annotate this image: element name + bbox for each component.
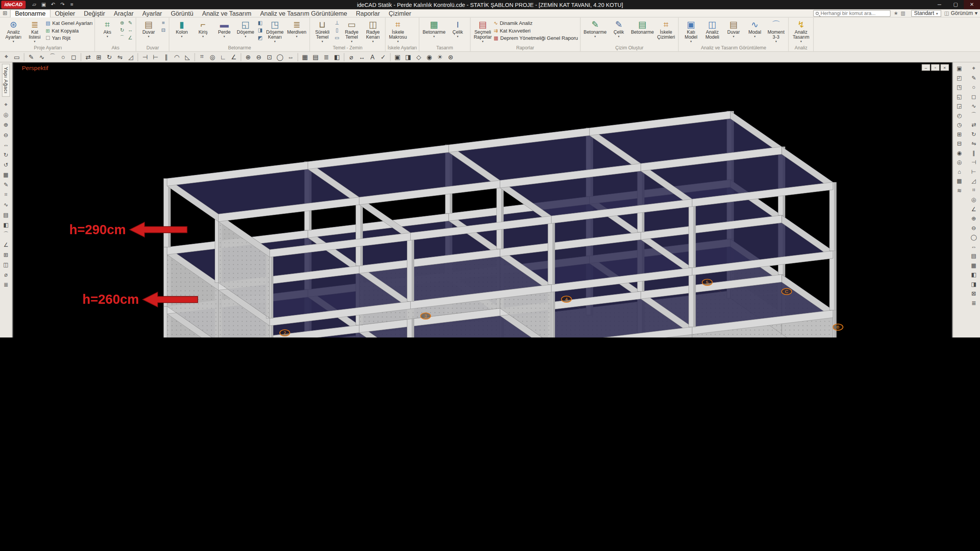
zoom-in-icon[interactable]: ⊞ [954, 130, 964, 138]
layers-icon[interactable]: ▦ [300, 52, 310, 61]
ribbon-button-d-eme-kenar[interactable]: ◳Döşeme Kenarı▾ [265, 18, 285, 45]
favorites-icon[interactable]: ★ [893, 10, 898, 16]
ribbon-button-modal[interactable]: ∿Modal▾ [745, 18, 765, 45]
zoom-in-icon[interactable]: ⊕ [243, 52, 253, 61]
menu-tab-izimler[interactable]: Çizimler [384, 9, 416, 17]
mirror-icon[interactable]: ⇋ [969, 139, 979, 147]
grid-icon[interactable]: ⌗ [969, 186, 979, 194]
layers-panel-icon[interactable]: ▦ [1, 171, 11, 179]
home-view-icon[interactable]: ⌂ [954, 168, 964, 176]
redo-button[interactable]: ↷ [59, 2, 66, 8]
text-icon[interactable]: A [368, 52, 377, 61]
previous-view-icon[interactable]: ↺ [1, 161, 11, 169]
slab-edge-tool-icon[interactable]: ◩ [256, 34, 264, 41]
ribbon-row-kat-kuvvetleri[interactable]: ⇉Kat Kuvvetleri [494, 28, 578, 34]
offset-icon[interactable]: ∥ [969, 149, 979, 157]
ribbon-button-i-skele-makrosu[interactable]: ⌗İskele Makrosu▾ [388, 18, 408, 45]
ribbon-button-se-meli-raporlar[interactable]: ▤Seçmeli Raporlar▾ [472, 18, 493, 45]
rotate-axis-icon[interactable]: ↻ [118, 27, 126, 34]
command-search-input[interactable] [820, 10, 888, 16]
arc-tool-icon[interactable]: ⌒ [1, 231, 11, 239]
menu-tab-raporlar[interactable]: Raporlar [351, 9, 384, 17]
rotate-icon[interactable]: ↻ [969, 130, 979, 138]
ribbon-button-kat-model[interactable]: ▣Katı Model▾ [681, 18, 701, 45]
wireframe-icon[interactable]: ◇ [414, 52, 424, 61]
extend-icon[interactable]: ⊢ [150, 52, 160, 61]
view-back-icon[interactable]: ◲ [954, 102, 964, 110]
zoom-extents-icon[interactable]: ◯ [275, 52, 285, 61]
soil-profile-icon[interactable]: ▭ [333, 34, 341, 41]
customize-quick-access-button[interactable]: ≡ [68, 2, 76, 8]
view-front-icon[interactable]: ◰ [954, 74, 964, 82]
view-left-icon[interactable]: ◱ [954, 93, 964, 101]
check-icon[interactable]: ✓ [378, 52, 388, 61]
pan-tool-icon[interactable]: ⇔ [1, 141, 11, 149]
circle-icon[interactable]: ○ [58, 52, 68, 61]
chamfer-icon[interactable]: ◿ [969, 177, 979, 185]
ribbon-button-betonarme[interactable]: ▦Betonarme▾ [421, 18, 447, 45]
chamfer-icon[interactable]: ◺ [183, 52, 193, 61]
hatch-icon[interactable]: ▤ [969, 252, 979, 260]
pan-icon[interactable]: ⇔ [286, 52, 296, 61]
rectangle-icon[interactable]: ◻ [69, 52, 79, 61]
arc-axis-icon[interactable]: ⌒ [118, 34, 126, 41]
ribbon-button-betonarme[interactable]: ✎Betonarme▾ [582, 18, 608, 45]
view-menu[interactable]: ◫ Görünüm ▾ [944, 10, 977, 16]
materials-icon[interactable]: ◧ [1, 221, 11, 229]
render-icon[interactable]: ▣ [392, 52, 402, 61]
light-icon[interactable]: ☀ [435, 52, 445, 61]
close-region-icon[interactable]: ⊠ [969, 289, 979, 297]
ribbon-button-duvar[interactable]: ▤Duvar▾ [723, 18, 744, 45]
copy-icon[interactable]: ⊞ [94, 52, 104, 61]
trim-icon[interactable]: ⊣ [969, 158, 979, 166]
pan-icon[interactable]: ⇔ [969, 242, 979, 250]
sketch-icon[interactable]: ✎ [969, 74, 979, 82]
wall-panel-icon[interactable]: ≡ [160, 20, 167, 26]
ribbon-button-kiri[interactable]: ⌐Kiriş▾ [193, 18, 213, 45]
draw-axis-icon[interactable]: ⊕ [118, 20, 126, 26]
move-icon[interactable]: ⇄ [83, 52, 93, 61]
layout-panels-icon[interactable]: ▥ [901, 10, 905, 16]
zoom-out-icon[interactable]: ⊖ [1, 130, 11, 139]
zoom-fit-icon[interactable]: ◯ [969, 233, 979, 241]
draw-line-icon[interactable]: ✎ [1, 181, 11, 189]
ortho-icon[interactable]: ∟ [218, 52, 228, 61]
single-footing-icon[interactable]: ⊥ [333, 20, 341, 26]
tab-yapi-agaci[interactable]: Yapı Ağacı [2, 64, 10, 97]
ribbon-button-perde[interactable]: ▬Perde▾ [214, 18, 235, 45]
orbit-tool-icon[interactable]: ↻ [1, 151, 11, 159]
fillet-icon[interactable]: ◠ [172, 52, 182, 61]
ribbon-row-dinamik-analiz[interactable]: ∿Dinamik Analiz [494, 20, 578, 27]
snap-icon[interactable]: ◎ [207, 52, 217, 61]
close-button[interactable]: ✕ [964, 0, 980, 9]
open-button[interactable]: ▱ [31, 2, 38, 8]
zoom-window-icon[interactable]: ⊡ [265, 52, 274, 61]
copy-tool-icon[interactable]: ⊞ [1, 251, 11, 259]
measure-icon[interactable]: ⌀ [346, 52, 356, 61]
ribbon-button-betonarme[interactable]: ▤Betonarme [630, 18, 655, 45]
properties-icon[interactable]: ≣ [969, 298, 979, 306]
move-icon[interactable]: ⇄ [969, 121, 979, 129]
slab-strip-icon[interactable]: ◧ [256, 20, 264, 26]
slab-drop-icon[interactable]: ◨ [256, 27, 264, 34]
angle-icon[interactable]: ∠ [969, 205, 979, 213]
shade-icon[interactable]: ◨ [969, 280, 979, 288]
command-search[interactable] [813, 10, 890, 16]
ribbon-row-yar-rijit[interactable]: ☐Yarı Rijit [46, 35, 93, 42]
ribbon-button-s-rekli-temel[interactable]: ⊔Sürekli Temel▾ [312, 18, 333, 45]
settings-icon[interactable]: ⊛ [446, 52, 456, 61]
zoom-out-icon[interactable]: ⊖ [254, 52, 264, 61]
properties-icon[interactable]: ≣ [1, 280, 11, 289]
wall-opening-icon[interactable]: ⊟ [160, 27, 167, 34]
layers-icon[interactable]: ▦ [954, 177, 964, 185]
ribbon-row-kat-genel-ayarlar[interactable]: ▤Kat Genel Ayarları [46, 20, 93, 27]
menu-tab-g-r-nt[interactable]: Görüntü [167, 9, 198, 17]
ribbon-row-deprem-y-netmeli-i-genel-raporu[interactable]: ▦Deprem Yönetmeliği Genel Raporu [494, 35, 578, 42]
grid-icon[interactable]: ⌗ [197, 52, 207, 61]
zoom-out-icon[interactable]: ⊖ [969, 223, 979, 231]
menu-tab-analiz-ve-tasar-m[interactable]: Analiz ve Tasarım [198, 9, 256, 17]
spline-tool-icon[interactable]: ∿ [1, 201, 11, 209]
menu-tab-ayarlar[interactable]: Ayarlar [138, 9, 166, 17]
ribbon-button-kat-listesi[interactable]: ≣Kat listesi▾ [24, 18, 45, 45]
materials-icon[interactable]: ◧ [969, 271, 979, 279]
